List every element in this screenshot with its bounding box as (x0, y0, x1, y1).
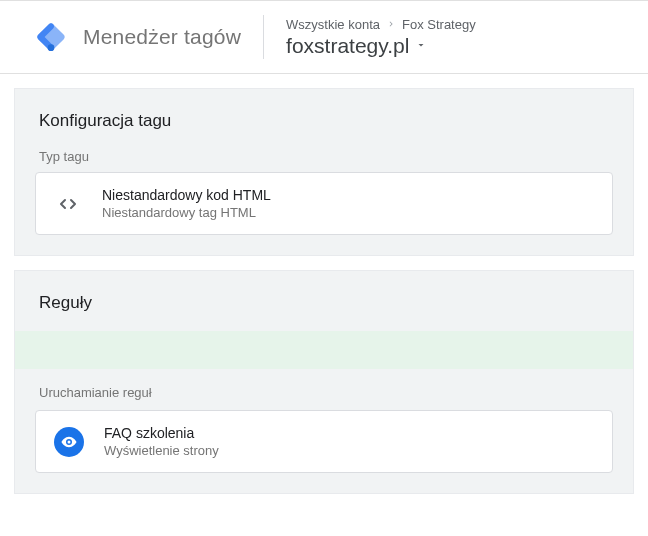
firing-rules-label: Uruchamianie reguł (15, 369, 633, 410)
tag-configuration-panel: Konfiguracja tagu Typ tagu Niestandardow… (14, 88, 634, 256)
container-name: foxstrategy.pl (286, 34, 409, 58)
breadcrumb: Wszystkie konta Fox Strategy (286, 17, 476, 32)
caret-down-icon (415, 37, 427, 55)
container-dropdown[interactable]: foxstrategy.pl (286, 34, 476, 58)
breadcrumb-all-accounts[interactable]: Wszystkie konta (286, 17, 380, 32)
code-brackets-icon (54, 190, 82, 218)
chevron-right-icon (386, 17, 396, 32)
tag-type-title: Niestandardowy kod HTML (102, 187, 271, 203)
header-divider (263, 15, 264, 59)
gtm-logo-icon (35, 21, 67, 53)
tag-type-label: Typ tagu (15, 149, 633, 172)
account-selector[interactable]: Wszystkie konta Fox Strategy foxstrategy… (286, 17, 476, 58)
trigger-title: FAQ szkolenia (104, 425, 219, 441)
trigger-subtitle: Wyświetlenie strony (104, 443, 219, 458)
tag-type-subtitle: Niestandardowy tag HTML (102, 205, 271, 220)
firing-trigger-tile[interactable]: FAQ szkolenia Wyświetlenie strony (35, 410, 613, 473)
app-title: Menedżer tagów (83, 25, 241, 49)
tag-type-tile[interactable]: Niestandardowy kod HTML Niestandardowy t… (35, 172, 613, 235)
pageview-trigger-icon (54, 427, 84, 457)
svg-point-0 (48, 44, 55, 51)
trigger-text: FAQ szkolenia Wyświetlenie strony (104, 425, 219, 458)
tag-type-text: Niestandardowy kod HTML Niestandardowy t… (102, 187, 271, 220)
app-header: Menedżer tagów Wszystkie konta Fox Strat… (0, 0, 648, 74)
breadcrumb-account[interactable]: Fox Strategy (402, 17, 476, 32)
tag-config-title: Konfiguracja tagu (15, 89, 633, 149)
rules-highlight-band (15, 331, 633, 369)
rules-title: Reguły (15, 271, 633, 331)
rules-panel: Reguły Uruchamianie reguł FAQ szkolenia … (14, 270, 634, 494)
